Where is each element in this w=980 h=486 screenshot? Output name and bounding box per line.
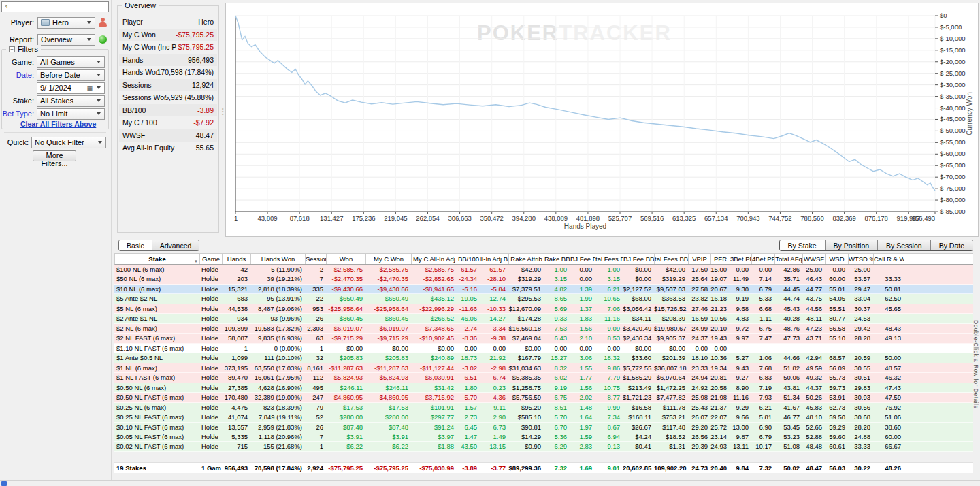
table-row[interactable]: $0.50 NL FAST (6 max)Holde170,48032,389 … xyxy=(114,393,973,402)
tab-advanced[interactable]: Advanced xyxy=(152,240,199,250)
table-row[interactable]: $2 NL (6 max)Holde109,89919,583 (17.82%)… xyxy=(114,324,973,334)
column-header-my-c-won[interactable]: My C Won xyxy=(366,254,412,264)
column-header-wtsd-[interactable]: WTSD % xyxy=(849,254,874,264)
table-row[interactable]: $0.50 NL (6 max)Holde27,3854,628 (16.90%… xyxy=(114,383,973,393)
clear-filters-link[interactable]: Clear All Filters Above xyxy=(20,120,96,128)
overview-stat-row: Sessions Won5,929 (45.88%) xyxy=(119,91,217,104)
table-row[interactable]: $1 NL FAST (6 max)Holde89,47016,061 (17.… xyxy=(114,373,973,383)
row-hint-text: Double-Click a Row for Details xyxy=(973,320,979,408)
table-row[interactable]: $100 NL (6 max)Holde425 (11.90%)2-$2,585… xyxy=(114,265,973,274)
column-header-stake[interactable]: Stake▼ xyxy=(115,254,200,264)
report-value: Overview xyxy=(41,35,84,44)
button-by-position[interactable]: By Position xyxy=(826,240,879,250)
svg-text:394,280: 394,280 xyxy=(512,214,536,222)
status-bar xyxy=(0,480,980,486)
column-header-tal-fees-bb-1[interactable]: tal Fees BB/1 xyxy=(655,254,689,264)
table-row[interactable]: $5 Ante $2 NLHolde68395 (13.91%)22$650.4… xyxy=(114,294,973,304)
column-header-rake-bb-100[interactable]: Rake BB/100 xyxy=(544,254,570,264)
column-header-ll-in-adj-bb-1-[interactable]: ll-In Adj BB/1( xyxy=(480,254,509,264)
column-header-hands-won[interactable]: Hands Won xyxy=(251,254,306,264)
svg-text:$-55,000: $-55,000 xyxy=(940,138,966,146)
chevron-down-icon xyxy=(87,38,91,41)
quick-filter-row: Quick: No Quick Filter xyxy=(0,136,112,148)
column-header-3bet-pf[interactable]: 3Bet PF xyxy=(730,254,752,264)
svg-text:525,707: 525,707 xyxy=(608,214,632,222)
date-input[interactable]: 9/ 1/2024 ▦ xyxy=(37,82,105,94)
game-select[interactable]: All Games xyxy=(37,56,105,68)
table-row[interactable]: $1 NL (6 max)Holde373,19563,550 (17.03%)… xyxy=(114,363,973,373)
bet-type-value: No Limit xyxy=(40,110,94,118)
svg-text:219,045: 219,045 xyxy=(384,214,407,222)
date-select[interactable]: Before Date xyxy=(37,69,105,81)
quick-filter-value: No Quick Filter xyxy=(35,138,95,146)
column-header-session[interactable]: Session xyxy=(306,254,327,264)
bet-type-select[interactable]: No Limit xyxy=(37,108,105,120)
table-row[interactable]: $0.25 NL FAST (6 max)Holde41,0747,849 (1… xyxy=(114,412,973,422)
column-header-rake-attrib[interactable]: Rake Attrib xyxy=(509,254,544,264)
svg-text:438,089: 438,089 xyxy=(544,214,568,222)
player-select[interactable]: Hero xyxy=(37,17,95,29)
more-filters-button[interactable]: More Filters... xyxy=(33,150,76,161)
svg-text:350,472: 350,472 xyxy=(480,214,504,222)
stake-value: All Stakes xyxy=(40,97,94,105)
table-row[interactable]: $50 NL (6 max)Holde20339 (19.21%)7-$2,47… xyxy=(114,274,973,284)
table-row[interactable]: $2 NL FAST (6 max)Holde58,0879,835 (16.9… xyxy=(114,334,973,343)
column-header-my-c-all-in-adj[interactable]: My C All-In Adj xyxy=(412,254,457,264)
column-header-hands[interactable]: Hands xyxy=(223,254,251,264)
column-header-wwsf[interactable]: WWSF xyxy=(803,254,826,264)
column-header-bj-fee-bb-1[interactable]: BJ Fee BB/1 xyxy=(623,254,655,264)
column-header-wsd[interactable]: WSD xyxy=(826,254,849,264)
stake-select[interactable]: All Stakes xyxy=(37,95,105,107)
game-label: Game: xyxy=(0,58,34,66)
table-row[interactable]: $2 Ante $1 NLHolde93493 (9.96%)26$860.45… xyxy=(114,314,973,323)
column-header-won[interactable]: Won xyxy=(327,254,366,264)
button-by-date[interactable]: By Date xyxy=(931,240,973,250)
column-header-game[interactable]: Game xyxy=(200,254,223,264)
overview-stat-row: BB/100-3.89 xyxy=(119,104,217,117)
tab-basic[interactable]: Basic xyxy=(119,240,152,250)
svg-text:131,427: 131,427 xyxy=(320,214,343,222)
stats-grid: Stake▼GameHandsHands WonSessionWonMy C W… xyxy=(114,253,973,452)
table-row[interactable]: $0.25 NL (6 max)Holde4,475823 (18.39%)79… xyxy=(114,403,973,412)
report-select[interactable]: Overview xyxy=(37,34,95,46)
table-row[interactable]: $5 NL (6 max)Holde44,5388,487 (19.06%)95… xyxy=(114,304,973,314)
calendar-icon: ▦ xyxy=(86,84,93,91)
chevron-down-icon xyxy=(97,112,101,115)
quick-label: Quick: xyxy=(0,138,29,146)
column-header-tal-fees-bb-[interactable]: tal Fees BB/ xyxy=(595,254,623,264)
filters-collapse-icon[interactable]: − xyxy=(9,46,15,52)
svg-text:$-60,000: $-60,000 xyxy=(940,150,966,157)
stake-label: Stake: xyxy=(0,97,34,105)
panel-splitter-handle[interactable]: ••• xyxy=(222,108,225,128)
column-header-4bet-pf[interactable]: 4Bet PF xyxy=(752,254,775,264)
column-header-bj-fee-bb-1-[interactable]: BJ Fee BB/1( xyxy=(570,254,595,264)
svg-text:$-40,000: $-40,000 xyxy=(940,104,966,112)
chevron-down-icon xyxy=(98,141,102,144)
column-header-pfr[interactable]: PFR xyxy=(711,254,730,264)
button-by-session[interactable]: By Session xyxy=(878,240,931,250)
sort-descending-icon: ▼ xyxy=(194,257,198,264)
column-header-vpip[interactable]: VPIP xyxy=(689,254,711,264)
column-header-total-afq[interactable]: Total AFq xyxy=(775,254,803,264)
svg-text:175,236: 175,236 xyxy=(352,214,375,222)
quick-filter-select[interactable]: No Quick Filter xyxy=(31,137,106,148)
table-row[interactable]: $1.10 NL FAST (6 max)Holde10 (0.00%)1$0.… xyxy=(114,344,973,353)
table-row[interactable]: $10 NL (6 max)Holde15,3212,818 (18.39%)3… xyxy=(114,285,973,294)
report-status-icon[interactable] xyxy=(99,35,107,44)
column-header-call-r-wsd[interactable]: Call R & WSD xyxy=(874,254,904,264)
svg-text:262,854: 262,854 xyxy=(416,214,439,222)
collapse-icon: 4 xyxy=(5,3,7,10)
date-input-row: 9/ 1/2024 ▦ xyxy=(0,82,112,94)
column-header-bb-100[interactable]: BB/100 xyxy=(457,254,480,264)
date-value: Before Date xyxy=(40,71,94,79)
table-row[interactable]: $1 Ante $0.5 NLHolde1,099111 (10.10%)32$… xyxy=(114,353,973,363)
table-row[interactable]: $0.02 NL FAST (6 max)Holde715155 (21.68%… xyxy=(114,442,973,451)
table-row[interactable]: $0.05 NL FAST (6 max)Holde5,3351,118 (20… xyxy=(114,432,973,442)
pokertracker-window: 4 Player: Hero Report: Overview − Filter… xyxy=(0,0,980,486)
sidebar-collapse-box[interactable]: 4 xyxy=(1,1,109,12)
button-by-stake[interactable]: By Stake xyxy=(780,240,826,250)
svg-text:$0: $0 xyxy=(940,12,947,19)
player-person-icon[interactable] xyxy=(98,18,108,27)
table-row[interactable]: $0.10 NL FAST (6 max)Holde13,5572,959 (2… xyxy=(114,423,973,432)
player-value: Hero xyxy=(52,18,84,27)
